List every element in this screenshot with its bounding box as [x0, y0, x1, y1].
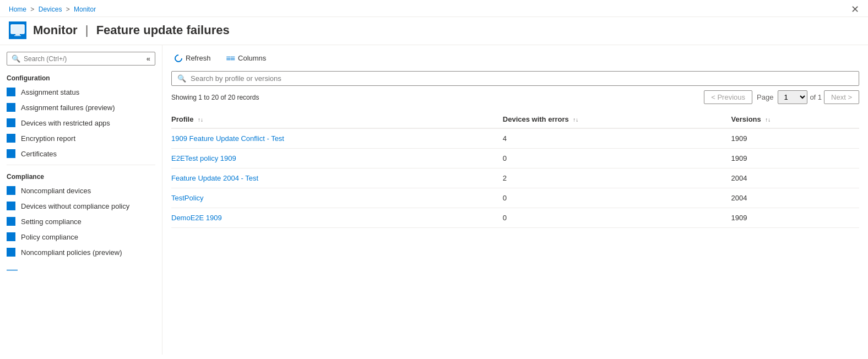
toolbar: Refresh ≡≡ Columns [171, 52, 859, 64]
refresh-button[interactable]: Refresh [171, 52, 214, 64]
sidebar-item-label: Noncompliant policies (preview) [21, 248, 122, 257]
sidebar-item-encryption-report[interactable]: Encryption report [0, 130, 162, 146]
search-input[interactable] [24, 55, 144, 63]
sort-icon-versions: ↑↓ [765, 117, 771, 123]
col-header-versions[interactable]: Versions ↑↓ [731, 111, 859, 128]
monitor-icon [9, 21, 26, 39]
cell-devices-errors: 2 [503, 168, 731, 188]
table-row: Feature Update 2004 - Test22004 [171, 168, 859, 188]
svg-rect-3 [14, 35, 21, 36]
sidebar-item-policy-compliance[interactable]: Policy compliance [0, 229, 162, 244]
cell-versions: 1909 [731, 149, 859, 168]
sidebar-item-assignment-failures[interactable]: Assignment failures (preview) [0, 100, 162, 115]
close-button[interactable]: ✕ [851, 4, 859, 14]
cell-versions: 1909 [731, 208, 859, 228]
content-search-container: 🔍 [171, 71, 859, 86]
sidebar-more[interactable]: — [0, 260, 162, 279]
sidebar-item-noncompliant-policies[interactable]: Noncompliant policies (preview) [0, 244, 162, 260]
sidebar-item-assignment-status[interactable]: Assignment status [0, 84, 162, 100]
sidebar-item-certificates[interactable]: Certificates [0, 146, 162, 161]
search-icon: 🔍 [177, 74, 186, 83]
sidebar-item-icon [7, 202, 15, 210]
svg-rect-0 [11, 25, 24, 34]
table-row: TestPolicy02004 [171, 188, 859, 208]
breadcrumb: Home > Devices > Monitor [9, 6, 96, 13]
page-select[interactable]: 1 [778, 90, 807, 104]
sidebar-item-icon [7, 217, 15, 226]
cell-profile[interactable]: E2ETest policy 1909 [171, 149, 503, 168]
columns-icon: ≡≡ [226, 54, 235, 62]
cell-versions: 2004 [731, 168, 859, 188]
cell-profile[interactable]: Feature Update 2004 - Test [171, 168, 503, 188]
page-label: Page [757, 93, 773, 101]
sidebar-item-icon [7, 186, 15, 195]
sidebar-item-icon [7, 118, 15, 127]
sidebar-divider [7, 165, 155, 165]
cell-profile[interactable]: DemoE2E 1909 [171, 208, 503, 228]
content-search-input[interactable] [191, 74, 853, 83]
sidebar-section-configuration: Configuration [0, 70, 162, 84]
sidebar-item-label: Setting compliance [21, 217, 82, 226]
records-text: Showing 1 to 20 of 20 records [171, 94, 259, 101]
cell-profile[interactable]: TestPolicy [171, 188, 503, 208]
sidebar-item-label: Assignment status [21, 88, 79, 96]
content-area: Refresh ≡≡ Columns 🔍 Showing 1 to 20 of … [162, 45, 868, 355]
sidebar-item-devices-no-compliance[interactable]: Devices without compliance policy [0, 198, 162, 214]
pagination: < Previous Page 1 of 1 Next > [704, 90, 859, 104]
col-header-devices-errors[interactable]: Devices with errors ↑↓ [503, 111, 731, 128]
table-row: DemoE2E 190901909 [171, 208, 859, 228]
sidebar-item-label: Certificates [21, 150, 57, 158]
sidebar-item-icon [7, 232, 15, 241]
page-of: of 1 [810, 93, 822, 101]
sidebar-item-icon [7, 149, 15, 158]
previous-button[interactable]: < Previous [704, 90, 752, 104]
sidebar-item-label: Assignment failures (preview) [21, 104, 115, 112]
refresh-label: Refresh [186, 54, 211, 62]
top-bar: Home > Devices > Monitor ✕ [0, 0, 868, 17]
data-table: Profile ↑↓ Devices with errors ↑↓ Versio… [171, 111, 859, 228]
sidebar-item-icon [7, 248, 15, 257]
next-button[interactable]: Next > [824, 90, 859, 104]
sidebar-item-icon [7, 134, 15, 143]
columns-button[interactable]: ≡≡ Columns [223, 52, 270, 64]
breadcrumb-devices[interactable]: Devices [39, 6, 62, 13]
sidebar: 🔍 « Configuration Assignment status Assi… [0, 45, 162, 355]
cell-devices-errors: 0 [503, 149, 731, 168]
sidebar-item-icon [7, 103, 15, 112]
title-row: Monitor | Feature update failures [0, 17, 868, 45]
svg-rect-2 [15, 34, 20, 35]
breadcrumb-monitor[interactable]: Monitor [74, 6, 96, 13]
breadcrumb-sep2: > [66, 6, 70, 13]
sidebar-item-label: Noncompliant devices [21, 187, 91, 195]
sidebar-section-compliance: Compliance [0, 168, 162, 183]
breadcrumb-home[interactable]: Home [9, 6, 26, 13]
sidebar-item-noncompliant-devices[interactable]: Noncompliant devices [0, 183, 162, 198]
breadcrumb-sep1: > [30, 6, 34, 13]
sidebar-item-label: Devices without compliance policy [21, 202, 129, 210]
sort-icon-devices: ↑↓ [573, 117, 578, 123]
sidebar-item-label: Encryption report [21, 134, 75, 143]
table-row: 1909 Feature Update Conflict - Test41909 [171, 128, 859, 149]
sidebar-search-container: 🔍 « [7, 52, 155, 66]
sidebar-item-devices-restricted[interactable]: Devices with restricted apps [0, 115, 162, 130]
col-header-profile[interactable]: Profile ↑↓ [171, 111, 503, 128]
sidebar-item-icon [7, 88, 15, 96]
cell-devices-errors: 0 [503, 208, 731, 228]
sidebar-item-label: Devices with restricted apps [21, 119, 110, 127]
sidebar-item-label: Policy compliance [21, 233, 78, 241]
cell-versions: 2004 [731, 188, 859, 208]
cell-devices-errors: 0 [503, 188, 731, 208]
page-title: Monitor | Feature update failures [33, 23, 230, 37]
collapse-button[interactable]: « [147, 55, 150, 63]
table-row: E2ETest policy 190901909 [171, 149, 859, 168]
sort-icon-profile: ↑↓ [198, 117, 203, 123]
main-layout: 🔍 « Configuration Assignment status Assi… [0, 45, 868, 355]
records-row: Showing 1 to 20 of 20 records < Previous… [171, 90, 859, 104]
search-icon: 🔍 [12, 55, 20, 63]
cell-devices-errors: 4 [503, 128, 731, 149]
cell-versions: 1909 [731, 128, 859, 149]
columns-label: Columns [238, 54, 266, 62]
cell-profile[interactable]: 1909 Feature Update Conflict - Test [171, 128, 503, 149]
sidebar-item-setting-compliance[interactable]: Setting compliance [0, 214, 162, 229]
